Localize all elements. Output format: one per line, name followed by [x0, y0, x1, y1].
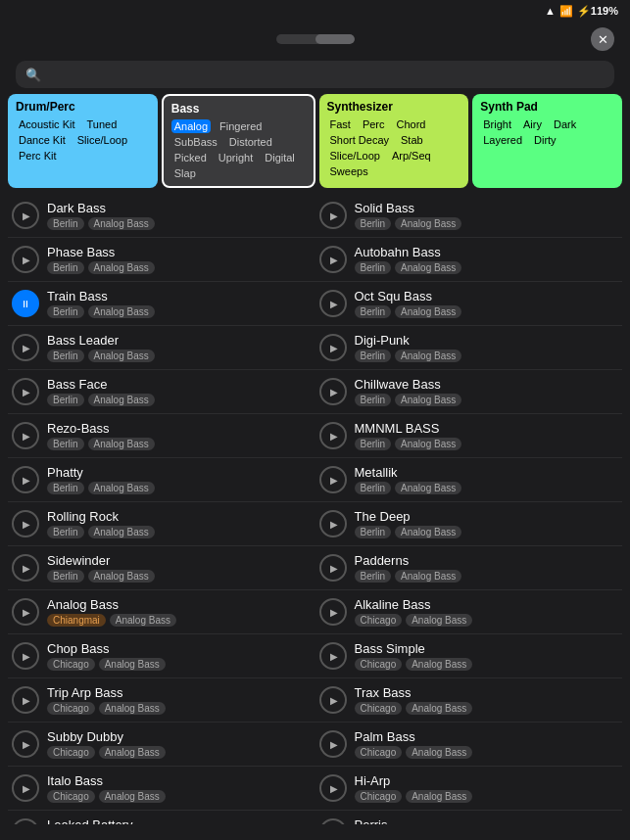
sound-item[interactable]: ▶Bass SimpleChicagoAnalog Bass: [315, 634, 623, 678]
sound-item[interactable]: ▶Phase BassBerlinAnalog Bass: [8, 238, 315, 282]
bass-tag-distorted[interactable]: Distorted: [226, 135, 275, 149]
play-button[interactable]: ▶: [319, 246, 347, 273]
sound-item[interactable]: ▶Bass FaceBerlinAnalog Bass: [8, 370, 315, 414]
synthpad-tag-layered[interactable]: Layered: [480, 133, 525, 147]
sound-item[interactable]: ▶Chop BassChicagoAnalog Bass: [8, 634, 315, 678]
sound-item[interactable]: ▶Italo BassChicagoAnalog Bass: [8, 767, 315, 811]
sound-item[interactable]: ▶Analog BassChiangmaiAnalog Bass: [8, 590, 315, 634]
play-button[interactable]: ▶: [12, 730, 39, 758]
play-button[interactable]: ▶: [12, 422, 39, 449]
sound-item[interactable]: ▶MMNML BASSBerlinAnalog Bass: [315, 414, 623, 458]
sound-item[interactable]: ▶MetallikBerlinAnalog Bass: [315, 458, 623, 502]
bass-tag-picked[interactable]: Picked: [171, 151, 210, 164]
category-drum[interactable]: Drum/Perc Acoustic Kit Tuned Dance Kit S…: [8, 94, 158, 188]
drum-tag-dance[interactable]: Dance Kit: [16, 133, 69, 147]
play-button[interactable]: ▶: [319, 818, 347, 824]
list-tab[interactable]: [276, 34, 315, 44]
synthpad-tag-airy[interactable]: Airy: [520, 117, 545, 131]
sound-item[interactable]: ▶Dark BassBerlinAnalog Bass: [8, 194, 315, 238]
play-button[interactable]: ▶: [319, 466, 347, 493]
play-button[interactable]: ▶: [12, 598, 39, 626]
play-button[interactable]: ▶: [319, 554, 347, 582]
bass-title: Bass: [171, 102, 306, 116]
play-button[interactable]: ▶: [12, 378, 39, 405]
sound-item[interactable]: ▶Alkaline BassChicagoAnalog Bass: [315, 590, 623, 634]
play-button[interactable]: ⏸: [12, 290, 39, 317]
sound-item[interactable]: ▶SidewinderBerlinAnalog Bass: [8, 546, 315, 590]
play-icon: ▶: [23, 343, 30, 353]
sound-name: Trax Bass: [355, 685, 619, 700]
category-synthpad[interactable]: Synth Pad Bright Airy Dark Layered Dirty: [472, 94, 622, 188]
bass-tag-analog[interactable]: Analog: [171, 119, 211, 133]
play-button[interactable]: ▶: [319, 642, 347, 670]
sound-tags: BerlinAnalog Bass: [355, 482, 619, 494]
category-bass[interactable]: Bass Analog Fingered SubBass Distorted P…: [162, 94, 315, 188]
sound-item[interactable]: ▶Bass LeaderBerlinAnalog Bass: [8, 326, 315, 370]
close-button[interactable]: ✕: [591, 27, 614, 51]
play-button[interactable]: ▶: [12, 202, 39, 229]
play-button[interactable]: ▶: [319, 730, 347, 758]
bass-tag-digital[interactable]: Digital: [262, 151, 298, 164]
search-tab[interactable]: [315, 34, 355, 44]
synth-tag-sliceloop[interactable]: Slice/Loop: [327, 149, 383, 163]
play-button[interactable]: ▶: [319, 686, 347, 714]
drum-tag-acoustic[interactable]: Acoustic Kit: [16, 117, 77, 131]
sound-tags: ChicagoAnalog Bass: [355, 614, 619, 627]
sound-item[interactable]: ▶Oct Squ BassBerlinAnalog Bass: [315, 282, 623, 326]
sound-item[interactable]: ▶Solid BassBerlinAnalog Bass: [315, 194, 623, 238]
play-button[interactable]: ▶: [12, 554, 39, 582]
synth-tag-shortdecay[interactable]: Short Decay: [327, 133, 393, 147]
sound-item[interactable]: ▶Palm BassChicagoAnalog Bass: [315, 723, 623, 767]
sound-item[interactable]: ▶Rolling RockBerlinAnalog Bass: [8, 502, 315, 546]
sound-item[interactable]: ▶PerrisChicagoAnalog Bass: [315, 811, 623, 824]
synth-tag-perc[interactable]: Perc: [360, 117, 388, 131]
sound-item[interactable]: ▶Rezo-BassBerlinAnalog Bass: [8, 414, 315, 458]
play-button[interactable]: ▶: [319, 378, 347, 405]
play-button[interactable]: ▶: [319, 202, 347, 229]
play-button[interactable]: ▶: [12, 774, 39, 802]
play-button[interactable]: ▶: [319, 334, 347, 361]
play-button[interactable]: ▶: [12, 818, 39, 824]
drum-tag-sliceloop[interactable]: Slice/Loop: [74, 133, 130, 147]
synth-tag-chord[interactable]: Chord: [394, 117, 429, 131]
sound-item[interactable]: ▶Trax BassChicagoAnalog Bass: [315, 678, 623, 723]
play-button[interactable]: ▶: [319, 422, 347, 449]
sound-item[interactable]: ⏸Train BassBerlinAnalog Bass: [8, 282, 315, 326]
drum-tag-perc[interactable]: Perc Kit: [16, 149, 60, 163]
bass-tag-subbass[interactable]: SubBass: [171, 135, 220, 149]
synthpad-tag-dark[interactable]: Dark: [551, 117, 579, 131]
sound-item[interactable]: ▶The DeepBerlinAnalog Bass: [315, 502, 623, 546]
synthpad-tag-bright[interactable]: Bright: [480, 117, 514, 131]
sound-item[interactable]: ▶Hi-ArpChicagoAnalog Bass: [315, 767, 623, 811]
sound-item[interactable]: ▶PaddernsBerlinAnalog Bass: [315, 546, 623, 590]
play-button[interactable]: ▶: [319, 510, 347, 537]
play-button[interactable]: ▶: [319, 774, 347, 802]
bass-tag-slap[interactable]: Slap: [171, 166, 199, 180]
top-nav: ✕: [0, 22, 630, 57]
sound-item[interactable]: ▶Trip Arp BassChicagoAnalog Bass: [8, 678, 315, 723]
category-synth[interactable]: Synthesizer Fast Perc Chord Short Decay …: [319, 94, 469, 188]
synth-tag-sweeps[interactable]: Sweeps: [327, 164, 371, 178]
sound-item[interactable]: ▶Autobahn BassBerlinAnalog Bass: [315, 238, 623, 282]
synthpad-tag-dirty[interactable]: Dirty: [531, 133, 559, 147]
synth-tag-fast[interactable]: Fast: [327, 117, 354, 131]
synth-tag-arpseq[interactable]: Arp/Seq: [389, 149, 434, 163]
play-button[interactable]: ▶: [319, 290, 347, 317]
play-button[interactable]: ▶: [12, 246, 39, 273]
bass-tag-fingered[interactable]: Fingered: [217, 119, 265, 133]
synth-tag-stab[interactable]: Stab: [398, 133, 426, 147]
play-button[interactable]: ▶: [12, 642, 39, 670]
search-input[interactable]: [47, 67, 605, 82]
drum-tag-tuned[interactable]: Tuned: [83, 117, 120, 131]
sound-item[interactable]: ▶Digi-PunkBerlinAnalog Bass: [315, 326, 623, 370]
sound-item[interactable]: ▶Subby DubbyChicagoAnalog Bass: [8, 723, 315, 767]
play-button[interactable]: ▶: [12, 334, 39, 361]
play-button[interactable]: ▶: [12, 466, 39, 493]
play-button[interactable]: ▶: [319, 598, 347, 626]
play-button[interactable]: ▶: [12, 686, 39, 714]
sound-item[interactable]: ▶PhattyBerlinAnalog Bass: [8, 458, 315, 502]
play-button[interactable]: ▶: [12, 510, 39, 537]
sound-item[interactable]: ▶Leaked BatteryChicagoAnalog Bass: [8, 811, 315, 824]
sound-item[interactable]: ▶Chillwave BassBerlinAnalog Bass: [315, 370, 623, 414]
bass-tag-upright[interactable]: Upright: [216, 151, 256, 164]
